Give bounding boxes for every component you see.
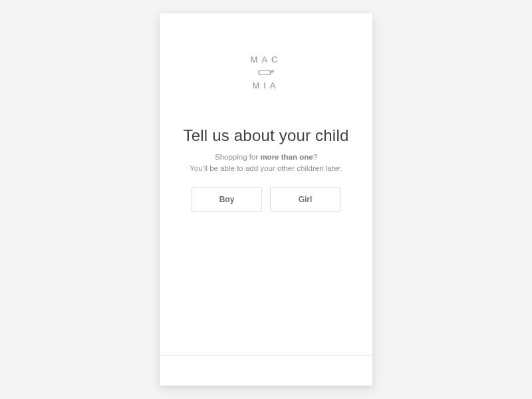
subtext-line2: You'll be able to add your other childre… — [190, 164, 342, 172]
gender-options: Boy Girl — [192, 187, 340, 212]
girl-button[interactable]: Girl — [270, 187, 340, 212]
page-heading: Tell us about your child — [184, 126, 349, 145]
main-content: MAC MIA Tell us about your child Shoppin… — [160, 13, 372, 355]
subtext-prefix: Shopping for — [215, 153, 260, 161]
subtext: Shopping for more than one? You'll be ab… — [190, 152, 342, 175]
app-screen: MAC MIA Tell us about your child Shoppin… — [160, 13, 372, 386]
brand-logo: MAC MIA — [251, 55, 282, 90]
logo-text-bottom: MIA — [252, 80, 279, 91]
logo-text-top: MAC — [251, 55, 282, 65]
subtext-emphasis: more than one — [260, 153, 313, 161]
subtext-suffix: ? — [313, 153, 317, 161]
boy-button[interactable]: Boy — [192, 187, 262, 212]
bottom-bar — [160, 355, 372, 386]
logo-ampersand-icon — [257, 68, 275, 78]
